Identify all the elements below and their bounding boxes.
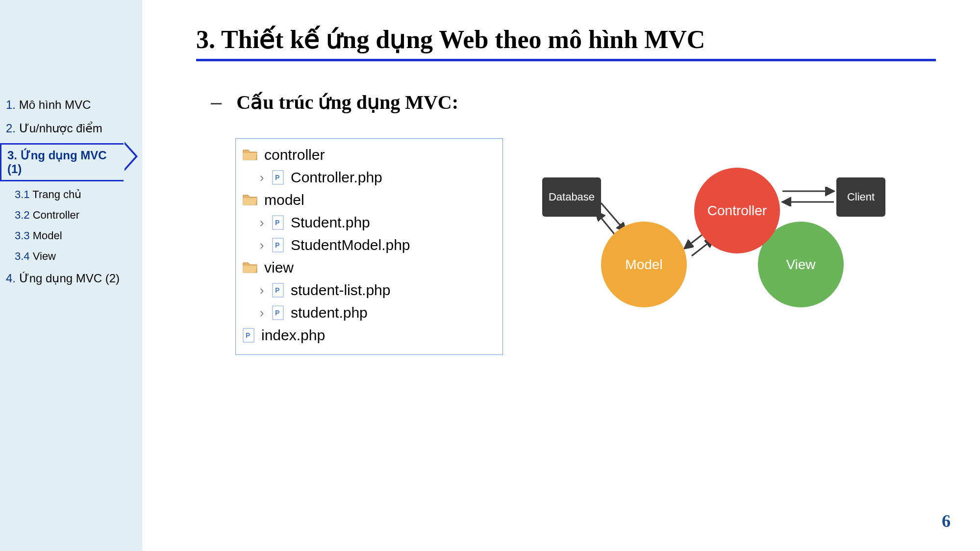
page-number: 6 [942, 511, 951, 531]
nav-sub-label: Controller [33, 209, 79, 221]
nav-item-3-active[interactable]: 3. Ứng dụng MVC (1) [0, 143, 124, 181]
file-label: Controller.php [291, 169, 382, 186]
svg-text:P: P [246, 331, 250, 339]
nav-sub-num: 3.2 [15, 209, 30, 221]
svg-text:P: P [275, 241, 279, 249]
nav-label: Ưu/nhược điểm [19, 122, 102, 135]
subtitle-row: – Cấu trúc ứng dụng MVC: [211, 91, 936, 114]
nav-sub-3-4[interactable]: 3.4 View [0, 246, 142, 267]
file-label: student-list.php [291, 282, 390, 299]
nav-item-2[interactable]: 2. Ưu/nhược điểm [0, 117, 142, 140]
nav-item-4[interactable]: 4. Ứng dụng MVC (2) [0, 267, 142, 290]
nav-item-1[interactable]: 1. Mô hình MVC [0, 93, 142, 117]
folder-label: model [264, 192, 304, 208]
chevron-icon: › [256, 215, 267, 230]
folder-label: controller [264, 147, 325, 163]
nav-num: 1. [6, 98, 16, 111]
php-file-icon: P [243, 328, 254, 343]
file-label: index.php [261, 327, 325, 344]
file-tree: controller › P Controller.php model › P … [235, 138, 503, 355]
subtitle: Cấu trúc ứng dụng MVC: [236, 91, 458, 114]
chevron-icon: › [256, 283, 267, 298]
svg-text:P: P [275, 174, 279, 181]
file-row[interactable]: › P StudentModel.php [243, 234, 496, 256]
nav-sub-num: 3.1 [15, 188, 30, 200]
folder-icon [243, 262, 257, 274]
nav-sub-num: 3.3 [15, 229, 30, 242]
file-label: student.php [291, 304, 368, 321]
nav-label: Ứng dụng MVC (1) [7, 149, 107, 175]
nav-sub-3-1[interactable]: 3.1 Trang chủ [0, 184, 142, 205]
folder-icon [243, 149, 257, 161]
folder-row[interactable]: controller [243, 144, 496, 166]
file-label: Student.php [291, 214, 370, 231]
php-file-icon: P [272, 305, 284, 320]
page-title: 3. Thiết kế ứng dụng Web theo mô hình MV… [196, 25, 936, 61]
svg-text:P: P [275, 219, 279, 226]
bullet-dash: – [211, 91, 222, 113]
controller-circle: Controller [694, 168, 780, 253]
main-content: 3. Thiết kế ứng dụng Web theo mô hình MV… [142, 0, 980, 551]
file-row[interactable]: › P Controller.php [243, 166, 496, 189]
php-file-icon: P [272, 283, 284, 298]
nav-sub-3-2[interactable]: 3.2 Controller [0, 205, 142, 225]
chevron-icon: › [256, 305, 267, 321]
nav-sub-num: 3.4 [15, 250, 30, 262]
folder-row[interactable]: view [243, 256, 496, 279]
nav-num: 2. [6, 122, 16, 135]
file-row[interactable]: › P Student.php [243, 211, 496, 234]
slide: 1. Mô hình MVC 2. Ưu/nhược điểm 3. Ứng d… [0, 0, 980, 551]
php-file-icon: P [272, 170, 284, 185]
nav-label: Mô hình MVC [19, 98, 91, 111]
php-file-icon: P [272, 215, 284, 230]
php-file-icon: P [272, 238, 284, 252]
nav-sub-label: Model [33, 229, 62, 242]
nav-sub-3-3[interactable]: 3.3 Model [0, 225, 142, 246]
nav-label: Ứng dụng MVC (2) [19, 272, 120, 285]
folder-label: view [264, 259, 294, 276]
nav-sub-label: View [33, 250, 56, 262]
client-box: Client [836, 177, 885, 217]
content-row: controller › P Controller.php model › P … [235, 138, 936, 374]
file-label: StudentModel.php [291, 237, 410, 253]
nav-sub-label: Trang chủ [32, 188, 81, 200]
nav-num: 3. [7, 149, 17, 162]
nav-num: 4. [6, 272, 16, 285]
model-circle: Model [601, 222, 687, 307]
mvc-diagram: Database Client Controller Model View [542, 168, 895, 374]
svg-text:P: P [275, 309, 279, 317]
chevron-icon: › [256, 170, 267, 185]
folder-row[interactable]: model [243, 189, 496, 211]
database-box: Database [542, 177, 601, 217]
svg-text:P: P [275, 286, 279, 294]
file-row[interactable]: › P student-list.php [243, 279, 496, 301]
sidebar: 1. Mô hình MVC 2. Ưu/nhược điểm 3. Ứng d… [0, 0, 142, 551]
file-row[interactable]: › P student.php [243, 301, 496, 324]
file-row[interactable]: P index.php [243, 324, 496, 347]
folder-icon [243, 194, 257, 206]
chevron-icon: › [256, 238, 267, 253]
